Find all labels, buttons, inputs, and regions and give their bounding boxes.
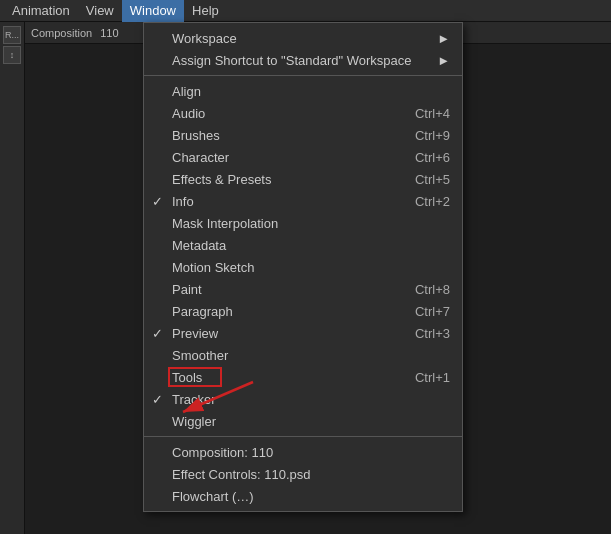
menu-help[interactable]: Help [184,0,227,22]
menu-separator-1 [144,75,462,76]
menu-row-flowchart[interactable]: Flowchart (…) [144,485,462,507]
menu-row-align[interactable]: Align [144,80,462,102]
menu-row-audio[interactable]: Audio Ctrl+4 [144,102,462,124]
menu-separator-2 [144,436,462,437]
menu-row-preview[interactable]: ✓ Preview Ctrl+3 [144,322,462,344]
menu-row-wiggler[interactable]: Wiggler [144,410,462,432]
menu-row-effects-presets[interactable]: Effects & Presets Ctrl+5 [144,168,462,190]
menu-row-metadata[interactable]: Metadata [144,234,462,256]
menu-row-motion-sketch[interactable]: Motion Sketch [144,256,462,278]
window-menu: Workspace ► Assign Shortcut to "Standard… [143,22,463,512]
menu-animation[interactable]: Animation [4,0,78,22]
menu-row-info[interactable]: ✓ Info Ctrl+2 [144,190,462,212]
menu-row-paragraph[interactable]: Paragraph Ctrl+7 [144,300,462,322]
menu-row-paint[interactable]: Paint Ctrl+8 [144,278,462,300]
menu-row-mask-interpolation[interactable]: Mask Interpolation [144,212,462,234]
menu-row-effect-controls[interactable]: Effect Controls: 110.psd [144,463,462,485]
menu-row-brushes[interactable]: Brushes Ctrl+9 [144,124,462,146]
menu-row-smoother[interactable]: Smoother [144,344,462,366]
menu-row-composition[interactable]: Composition: 110 [144,441,462,463]
menu-view[interactable]: View [78,0,122,22]
menu-row-assign-shortcut[interactable]: Assign Shortcut to "Standard" Workspace … [144,49,462,71]
menu-window[interactable]: Window [122,0,184,22]
menu-row-character[interactable]: Character Ctrl+6 [144,146,462,168]
menu-row-tools[interactable]: Tools Ctrl+1 [144,366,462,388]
menu-row-workspace[interactable]: Workspace ► [144,27,462,49]
menu-bar: Animation View Window Help [0,0,611,22]
dropdown-overlay: Workspace ► Assign Shortcut to "Standard… [0,22,611,534]
menu-row-tracker[interactable]: ✓ Tracker [144,388,462,410]
